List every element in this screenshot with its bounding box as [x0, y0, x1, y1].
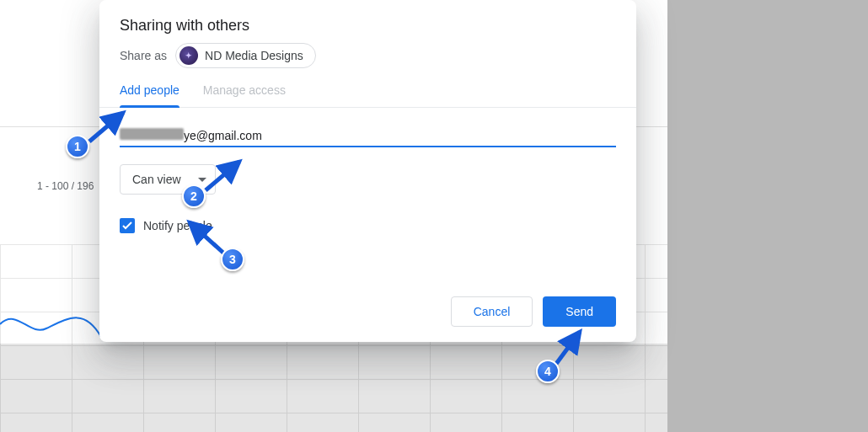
check-icon: [122, 221, 132, 230]
tab-bar: Add people Manage access: [99, 83, 636, 108]
share-as-name: ND Media Designs: [205, 49, 303, 62]
dialog-title: Sharing with others: [99, 17, 636, 43]
share-as-row: Share as ✦ ND Media Designs: [99, 43, 636, 83]
cancel-button[interactable]: Cancel: [451, 296, 533, 327]
share-as-label: Share as: [120, 49, 167, 62]
share-dialog: Sharing with others Share as ✦ ND Media …: [99, 0, 636, 342]
email-value: ye@gmail.com: [184, 129, 262, 142]
pager-text: 1 - 100 / 196: [37, 180, 94, 192]
tab-manage-access[interactable]: Manage access: [203, 83, 286, 107]
notify-checkbox[interactable]: [120, 218, 135, 233]
dialog-actions: Cancel Send: [99, 285, 636, 342]
people-input[interactable]: ye@gmail.com: [120, 128, 616, 147]
annotation-bubble: 3: [221, 248, 244, 271]
send-button[interactable]: Send: [543, 296, 616, 327]
annotation-bubble: 1: [66, 135, 89, 158]
annotation-bubble: 2: [182, 184, 206, 208]
tab-add-people[interactable]: Add people: [120, 83, 179, 107]
chevron-down-icon: [198, 178, 206, 182]
annotation-bubble: 4: [536, 360, 560, 383]
redacted-text: [120, 128, 184, 140]
permission-selected: Can view: [132, 173, 181, 186]
notify-row: Notify people: [120, 218, 616, 233]
dialog-body: ye@gmail.com Can view Notify people: [99, 108, 636, 285]
share-as-chip[interactable]: ✦ ND Media Designs: [175, 43, 316, 68]
overlay-shade: [667, 0, 868, 432]
avatar: ✦: [179, 46, 198, 65]
notify-label: Notify people: [143, 219, 212, 232]
